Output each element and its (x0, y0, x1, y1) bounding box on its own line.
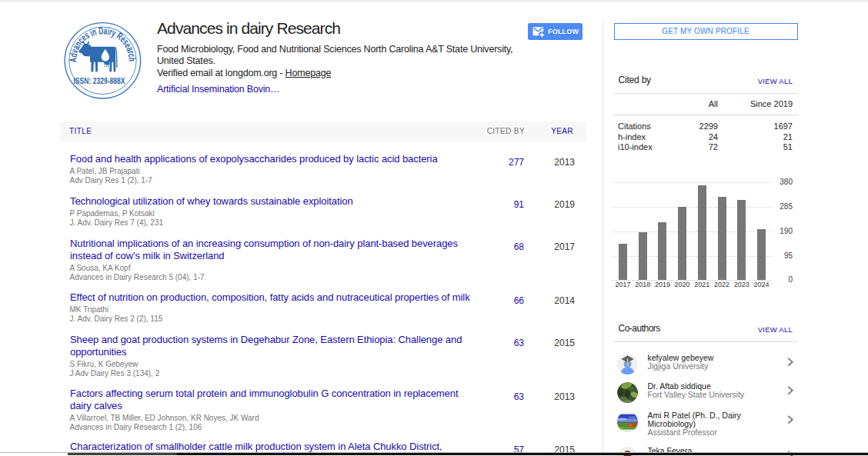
svg-text:ISSN: 2329-888X: ISSN: 2329-888X (74, 77, 125, 85)
